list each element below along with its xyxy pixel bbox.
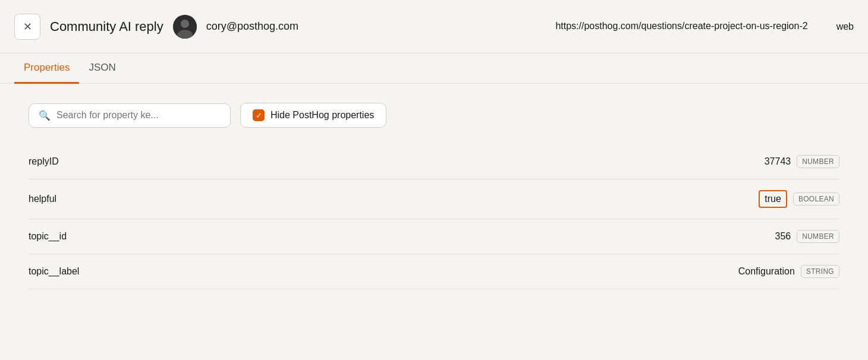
- property-key: helpful: [29, 194, 759, 204]
- hide-posthog-button[interactable]: ✓ Hide PostHog properties: [240, 103, 386, 128]
- type-badge: NUMBER: [797, 230, 839, 243]
- property-value: Configuration: [738, 266, 795, 277]
- property-value-area: 356 NUMBER: [775, 230, 839, 243]
- content-area: 🔍 ✓ Hide PostHog properties replyID 3774…: [0, 84, 868, 308]
- property-value-area: true BOOLEAN: [759, 190, 839, 208]
- svg-point-1: [181, 20, 189, 28]
- checkbox-checked-icon: ✓: [253, 109, 265, 121]
- avatar: [173, 15, 197, 39]
- tab-properties[interactable]: Properties: [14, 53, 79, 84]
- toolbar: 🔍 ✓ Hide PostHog properties: [29, 103, 839, 128]
- properties-table: replyID 37743 NUMBER helpful true BOOLEA…: [29, 144, 839, 289]
- property-value: 37743: [765, 156, 791, 167]
- property-key: replyID: [29, 156, 765, 167]
- header-url: https://posthog.com/questions/create-pro…: [555, 20, 807, 33]
- search-input[interactable]: [56, 110, 221, 121]
- tab-json[interactable]: JSON: [79, 53, 125, 84]
- search-icon: 🔍: [39, 110, 51, 121]
- header: ✕ Community AI reply cory@posthog.com ht…: [0, 0, 868, 53]
- table-row: topic__id 356 NUMBER: [29, 219, 839, 254]
- header-source: web: [836, 21, 854, 32]
- hide-btn-label: Hide PostHog properties: [271, 110, 374, 121]
- header-title: Community AI reply: [50, 19, 163, 34]
- table-row: topic__label Configuration STRING: [29, 254, 839, 289]
- property-value: 356: [775, 231, 791, 242]
- property-value-area: 37743 NUMBER: [765, 155, 839, 168]
- tabs-bar: Properties JSON: [0, 53, 868, 84]
- close-icon: ✕: [23, 21, 32, 32]
- property-value-area: Configuration STRING: [738, 265, 839, 278]
- property-key: topic__id: [29, 231, 775, 242]
- search-box[interactable]: 🔍: [29, 103, 231, 128]
- close-button[interactable]: ✕: [14, 14, 40, 40]
- type-badge: NUMBER: [797, 155, 839, 168]
- type-badge: BOOLEAN: [793, 192, 839, 206]
- table-row: helpful true BOOLEAN: [29, 179, 839, 219]
- property-value-highlighted: true: [759, 190, 787, 208]
- header-email: cory@posthog.com: [206, 20, 298, 33]
- property-key: topic__label: [29, 266, 738, 277]
- table-row: replyID 37743 NUMBER: [29, 144, 839, 179]
- type-badge: STRING: [801, 265, 839, 278]
